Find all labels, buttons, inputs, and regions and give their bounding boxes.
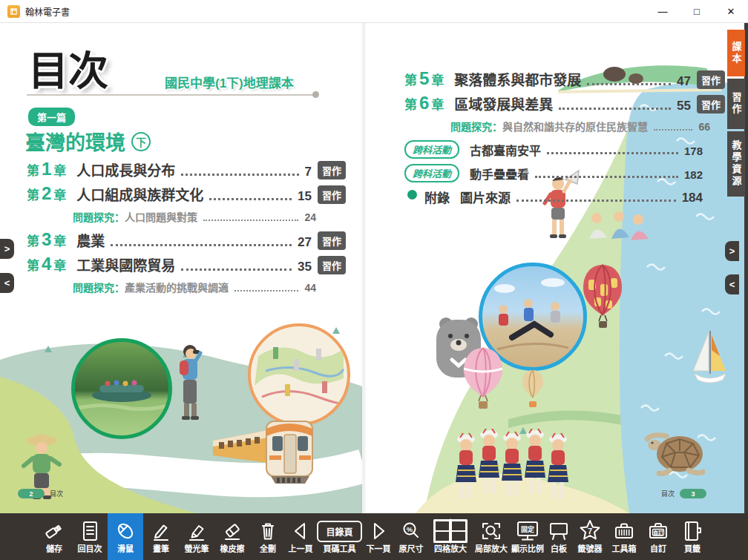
- red-hot-air-balloon: [581, 263, 624, 336]
- dot-leader: [535, 176, 678, 178]
- left-panel-open-arrow[interactable]: >: [0, 239, 14, 259]
- workbook-badge[interactable]: 習作: [697, 70, 725, 89]
- chapter-title: 工業與國際貿易: [76, 257, 175, 275]
- app-book-icon: [7, 5, 20, 18]
- page-number: 7: [305, 164, 312, 180]
- svg-text:%: %: [407, 526, 413, 533]
- toc-entry-explore[interactable]: 問題探究： 產業活動的挑戰與調適 44: [27, 280, 316, 294]
- tool-whiteboard[interactable]: 白板: [545, 513, 573, 560]
- tool-mouse[interactable]: 滑鼠: [108, 513, 143, 560]
- chapter-title: 聚落體系與都市發展: [454, 72, 581, 90]
- part-title-text: 臺灣的環境: [25, 127, 125, 156]
- toc-entry-chapter-3[interactable]: 第3章 農業 27 習作: [27, 231, 346, 251]
- toc-entry-activity[interactable]: 跨科活動 動手疊疊看 182: [404, 164, 703, 182]
- maximize-button[interactable]: □: [680, 0, 714, 22]
- tool-display-ratio[interactable]: 固定 顯示比例: [511, 513, 545, 560]
- trash-icon: [256, 517, 280, 545]
- tool-delete-all[interactable]: 全刪: [250, 513, 286, 560]
- tool-quad-zoom[interactable]: 四格放大: [429, 513, 472, 560]
- close-button[interactable]: ✕: [714, 0, 748, 22]
- indigenous-dancers-illustration: [454, 429, 571, 503]
- hiker-with-binoculars: [175, 343, 206, 427]
- tool-toolbox[interactable]: 工具箱: [607, 513, 641, 560]
- svg-text:固定: 固定: [521, 525, 535, 533]
- dot-leader: [209, 198, 292, 200]
- sailboat-illustration: [690, 328, 729, 390]
- svg-text:7: 7: [588, 527, 592, 536]
- tool-page-number[interactable]: 目錄頁 頁碼工具: [315, 513, 364, 560]
- tool-prev-page[interactable]: 上一頁: [286, 513, 315, 560]
- left-page-number-pill: 2: [18, 489, 45, 498]
- bottom-toolbar: 儲存 回目次 滑鼠 畫筆 螢光筆 橡皮擦 全刪: [0, 513, 748, 560]
- left-page-footer: 2 目次: [18, 489, 63, 498]
- custom-case-icon: 自訂: [646, 517, 670, 545]
- cross-discipline-badge: 跨科活動: [404, 140, 459, 159]
- region-magnifier-icon: [479, 517, 503, 545]
- tool-eraser[interactable]: 橡皮擦: [214, 513, 250, 560]
- tool-back-to-toc[interactable]: 回目次: [72, 513, 108, 560]
- workbook-badge[interactable]: 習作: [318, 161, 346, 179]
- page-number: 55: [677, 98, 691, 114]
- page-tabs-icon: [680, 517, 704, 545]
- tool-pen[interactable]: 畫筆: [143, 513, 179, 560]
- chapter-title: 人口組成與族群文化: [76, 187, 203, 205]
- toc-entry-chapter-6[interactable]: 第6章 區域發展與差異 55 習作: [404, 94, 725, 114]
- tab-workbook[interactable]: 習作: [727, 79, 745, 129]
- sitting-students-illustration: [586, 209, 649, 245]
- svg-text:自訂: 自訂: [653, 530, 663, 536]
- appendix-bullet-icon: [407, 190, 417, 200]
- mouse-icon: [114, 517, 137, 545]
- tool-custom[interactable]: 自訂 自訂: [641, 513, 675, 560]
- toc-entry-chapter-5[interactable]: 第5章 聚落體系與都市發展 47 習作: [404, 70, 725, 90]
- workbook-badge[interactable]: 習作: [318, 231, 346, 250]
- toc-entry-appendix[interactable]: 附錄 圖片來源 184: [404, 188, 703, 206]
- tool-number-picker[interactable]: 7 籤號器: [573, 513, 607, 560]
- tool-save[interactable]: 儲存: [36, 513, 72, 560]
- tab-textbook[interactable]: 課本: [727, 30, 745, 76]
- part-volume-mark: 下: [131, 132, 151, 151]
- eraser-icon: [220, 517, 244, 545]
- magnifier-percent-icon: %: [399, 517, 423, 545]
- workbook-badge[interactable]: 習作: [697, 95, 725, 113]
- workbook-badge[interactable]: 習作: [318, 256, 346, 274]
- page-gutter: [361, 22, 367, 513]
- page-title: 目次: [28, 39, 108, 97]
- right-page-number-pill: 3: [680, 489, 706, 498]
- left-footer-label: 目次: [50, 489, 63, 498]
- tool-page-tabs[interactable]: 頁籤: [675, 513, 709, 560]
- toc-document-icon: [78, 517, 102, 545]
- usb-drive-icon: [42, 517, 66, 545]
- page-number: 66: [698, 120, 710, 134]
- toc-entry-chapter-4[interactable]: 第4章 工業與國際貿易 35 習作: [27, 255, 346, 275]
- toc-entry-chapter-1[interactable]: 第1章 人口成長與分布 7 習作: [27, 160, 346, 180]
- next-triangle-icon: [367, 517, 390, 545]
- tool-original-size[interactable]: % 原尺寸: [393, 513, 429, 560]
- tool-next-page[interactable]: 下一頁: [364, 513, 393, 560]
- toc-entry-explore[interactable]: 問題探究： 與自然和諧共存的原住民族智慧 66: [404, 119, 710, 134]
- toolbox-icon: [612, 517, 636, 545]
- star-number-icon: 7: [577, 517, 603, 545]
- train-illustration: [210, 409, 320, 490]
- tool-region-zoom[interactable]: 局部放大: [472, 513, 511, 560]
- toc-entry-chapter-2[interactable]: 第2章 人口組成與族群文化 15 習作: [27, 185, 346, 205]
- right-footer-label: 目次: [661, 489, 675, 498]
- tab-teaching-resources[interactable]: 教學資源: [727, 131, 745, 197]
- right-page-back-arrow[interactable]: <: [725, 274, 739, 294]
- chapter-title: 人口成長與分布: [76, 162, 175, 180]
- workbook-badge[interactable]: 習作: [318, 185, 346, 204]
- dot-leader: [203, 220, 298, 221]
- dot-leader: [547, 152, 678, 154]
- minimize-button[interactable]: —: [646, 0, 680, 22]
- book-subtitle: 國民中學(1下)地理課本: [165, 73, 294, 91]
- right-panel-open-arrow[interactable]: >: [725, 241, 739, 261]
- toc-entry-activity[interactable]: 跨科活動 古都臺南安平 178: [404, 140, 703, 159]
- prev-triangle-icon: [289, 517, 312, 545]
- toc-entry-explore[interactable]: 問題探究： 人口問題與對策 24: [27, 209, 316, 224]
- left-page-back-arrow[interactable]: <: [0, 273, 14, 293]
- toc-right-column: 第5章 聚落體系與都市發展 47 習作 第6章 區域發展與差異 55 習作 問題…: [404, 70, 725, 206]
- dot-leader: [181, 269, 292, 271]
- whiteboard-icon: [547, 517, 571, 545]
- dot-leader: [111, 244, 292, 246]
- tool-highlighter[interactable]: 螢光筆: [179, 513, 214, 560]
- cross-discipline-badge: 跨科活動: [404, 164, 459, 182]
